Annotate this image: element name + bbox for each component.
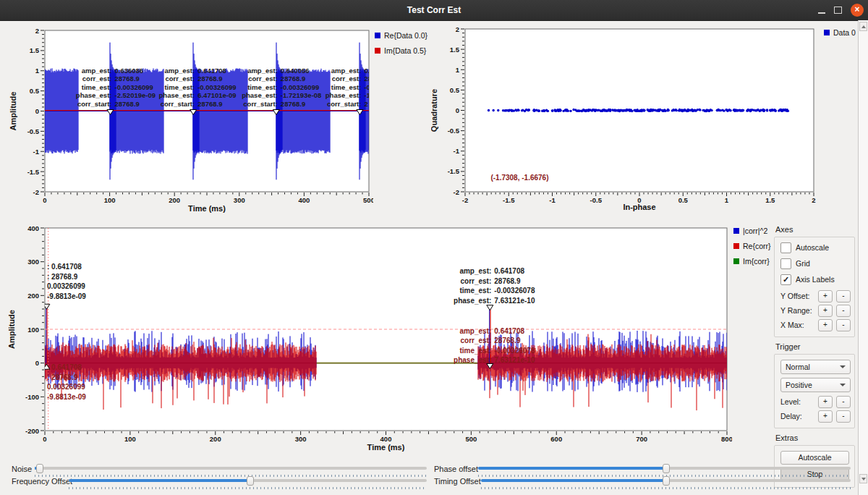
svg-text:400: 400 — [380, 435, 392, 443]
svg-text:phase_est:: phase_est: — [326, 91, 362, 99]
svg-text:0: 0 — [35, 107, 39, 115]
maximize-icon[interactable] — [834, 7, 842, 14]
slider-track[interactable] — [35, 467, 427, 470]
trigger-mode-dropdown[interactable]: Normal — [780, 360, 851, 374]
svg-text:Time (ms): Time (ms) — [367, 443, 405, 452]
control-panel: Axes Autoscale Grid ✓ Axis Labels Y Offs… — [774, 224, 855, 493]
spinner-label: Delay: — [780, 412, 814, 420]
close-icon[interactable]: × — [851, 4, 864, 17]
plus-button[interactable]: + — [818, 290, 833, 302]
legend-swatch — [733, 258, 739, 264]
legend-label: Im{Data 0.5} — [384, 46, 426, 55]
minus-button[interactable]: - — [836, 319, 851, 331]
slider-handle[interactable] — [36, 464, 43, 473]
time-sync-plot[interactable]: 0100200300400500-2-1.5-1-0.500.511.52Tim… — [6, 26, 373, 216]
minus-button[interactable]: - — [836, 290, 851, 302]
timing-offset-slider[interactable] — [481, 476, 851, 489]
slider-handle[interactable] — [247, 476, 254, 486]
correlation-plot[interactable]: 0100200300400500600700800-200-1000100200… — [6, 223, 732, 462]
svg-text:0.00326099: 0.00326099 — [47, 383, 85, 391]
checkbox-box[interactable]: ✓ — [780, 274, 791, 285]
constellation-plot[interactable]: -2-1.5-1-0.500.511.52-2-1.5-1-0.500.511.… — [431, 23, 822, 216]
spinner-y-range: Y Range: + - — [780, 305, 851, 316]
plus-button[interactable]: + — [818, 319, 833, 331]
svg-text:-1.72193e-08: -1.72193e-08 — [281, 91, 322, 99]
minimize-icon[interactable] — [818, 12, 825, 14]
checkbox-box[interactable] — [780, 258, 791, 269]
slider-fill — [481, 479, 666, 482]
svg-text:amp_est:: amp_est: — [164, 67, 195, 75]
svg-text:300: 300 — [234, 196, 245, 204]
svg-text:corr_est:: corr_est: — [82, 75, 112, 82]
checkbox-axis-labels[interactable]: ✓ Axis Labels — [780, 274, 851, 284]
svg-text:-9.8813e-09: -9.8813e-09 — [47, 393, 86, 401]
chevron-down-icon — [840, 365, 846, 371]
svg-text:-0.00326078: -0.00326078 — [494, 347, 535, 355]
svg-text:28768.9: 28768.9 — [114, 100, 139, 108]
svg-text:-1.5: -1.5 — [503, 196, 515, 204]
svg-text:: 28768.9: : 28768.9 — [47, 273, 78, 281]
svg-text:28: 28 — [364, 75, 372, 82]
spinner-label: Y Offset: — [780, 292, 814, 300]
scroll-down-button[interactable] — [859, 474, 867, 483]
slider-handle[interactable] — [663, 464, 670, 473]
svg-text:0.640056: 0.640056 — [281, 67, 310, 75]
svg-text:400: 400 — [27, 224, 39, 232]
svg-text:time_est:: time_est: — [82, 83, 112, 91]
dropdown-value: Positive — [786, 381, 812, 389]
minus-button[interactable]: - — [836, 396, 851, 408]
svg-text:: 0.641708: : 0.641708 — [47, 363, 82, 371]
svg-text:-200: -200 — [25, 427, 39, 435]
minus-button[interactable]: - — [836, 305, 851, 317]
svg-text:1.5: 1.5 — [450, 46, 460, 54]
window-title: Test Corr Est — [0, 0, 868, 20]
plus-button[interactable]: + — [818, 410, 833, 423]
frequency-offset-slider[interactable] — [69, 476, 427, 489]
svg-text:600: 600 — [550, 435, 562, 443]
legend-item: Im{Data 0.5} — [375, 47, 427, 54]
legend-item: Data 0 — [824, 29, 856, 36]
svg-text:corr_est:: corr_est: — [248, 75, 278, 82]
arrow-down-icon — [861, 478, 866, 483]
scroll-up-button[interactable] — [859, 22, 867, 31]
svg-text:-2: -2 — [462, 196, 468, 204]
checkbox-autoscale[interactable]: Autoscale — [780, 242, 851, 253]
svg-text:500: 500 — [465, 435, 477, 443]
svg-text:200: 200 — [210, 435, 221, 443]
slider-ticks — [69, 487, 427, 489]
svg-text:corr_start:: corr_start: — [77, 100, 112, 108]
svg-text:100: 100 — [104, 196, 116, 204]
checkbox-label: Autoscale — [796, 243, 829, 252]
svg-text:28768.9: 28768.9 — [281, 75, 305, 82]
minus-button[interactable]: - — [836, 410, 851, 423]
svg-text:phase_est:: phase_est: — [159, 91, 195, 99]
svg-text:0: 0 — [456, 106, 459, 114]
svg-text:0.641708: 0.641708 — [494, 327, 524, 335]
svg-text:-1.5: -1.5 — [27, 168, 40, 176]
arrow-up-icon — [861, 23, 866, 28]
phase-offset-slider[interactable] — [478, 464, 851, 477]
svg-text:1.5: 1.5 — [765, 196, 775, 204]
spinner-x-max: X Max: + - — [780, 319, 851, 331]
checkbox-grid[interactable]: Grid — [780, 258, 851, 268]
svg-text:Quadrature: Quadrature — [431, 89, 438, 132]
checkbox-label: Axis Labels — [796, 275, 835, 284]
checkbox-box[interactable] — [780, 242, 791, 253]
axes-group-title: Axes — [775, 225, 855, 234]
noise-slider[interactable] — [35, 464, 427, 477]
extras-group-title: Extras — [775, 433, 855, 442]
spinner-delay: Delay: + - — [780, 410, 851, 422]
vertical-scrollbar[interactable] — [858, 20, 868, 495]
spinner-label: Y Range: — [780, 306, 814, 315]
autoscale-button[interactable]: Autoscale — [780, 451, 849, 465]
svg-text:1: 1 — [725, 196, 729, 204]
slider-handle[interactable] — [663, 476, 670, 486]
svg-text:amp_est:: amp_est: — [247, 67, 278, 75]
trigger-slope-dropdown[interactable]: Positive — [780, 378, 851, 392]
svg-text:corr_est:: corr_est: — [460, 337, 491, 344]
svg-text:0.636086: 0.636086 — [114, 67, 143, 75]
plus-button[interactable]: + — [818, 305, 833, 317]
noise-slider-label: Noise — [12, 464, 32, 474]
slider-ticks — [481, 487, 851, 489]
plus-button[interactable]: + — [818, 396, 833, 408]
